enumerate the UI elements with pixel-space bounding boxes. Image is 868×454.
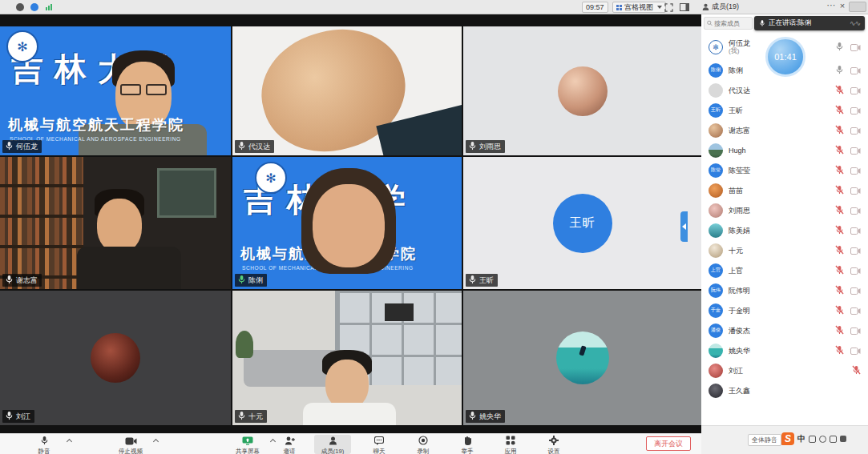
mic-muted-icon[interactable] <box>852 364 861 378</box>
video-tile[interactable]: 刘雨思 <box>463 26 701 155</box>
member-row[interactable]: 王昕王昕 <box>701 100 868 120</box>
toolbar-camera-button[interactable]: 停止视频 <box>112 435 149 454</box>
panel-more-button[interactable]: ⋯ <box>826 0 837 10</box>
mic-muted-icon[interactable] <box>835 203 844 218</box>
video-tile[interactable]: 王昕 王昕 <box>463 157 701 289</box>
member-row[interactable]: 苗苗 <box>701 180 868 200</box>
mic-muted-icon[interactable] <box>835 323 844 338</box>
member-row[interactable]: 阮伟阮伟明 <box>701 280 868 300</box>
member-row[interactable]: 潘俊潘俊杰 <box>701 320 868 340</box>
mic-muted-icon[interactable] <box>835 103 844 118</box>
camera-icon[interactable] <box>850 83 861 98</box>
bookshelf <box>0 157 83 289</box>
video-tile[interactable]: 吉林大学 ✻ 机械与航空航天工程学院 SCHOOL OF MECHANICAL … <box>0 26 231 155</box>
mic-muted-icon[interactable] <box>835 83 844 98</box>
toolbar-members-button[interactable]: 成员(19) <box>314 435 351 454</box>
toolbar-gear-button[interactable]: 设置 <box>535 435 572 454</box>
toolbar-apps-button[interactable]: 应用 <box>492 435 529 454</box>
member-row[interactable]: 刘江 <box>701 360 868 380</box>
panel-collapse-handle[interactable] <box>680 211 688 242</box>
member-name: 上官 <box>729 267 743 275</box>
participant-name-label: 王昕 <box>466 274 498 287</box>
panel-close-button[interactable]: × <box>837 1 848 10</box>
fullscreen-button[interactable] <box>662 2 675 13</box>
mic-muted-icon[interactable] <box>835 303 844 318</box>
toolbar-hand-button[interactable]: 举手 <box>449 435 486 454</box>
ime-icon[interactable] <box>830 436 837 443</box>
ime-toolbar[interactable]: S 中 <box>781 432 846 445</box>
participant-name-label: 谢志富 <box>2 274 42 287</box>
camera-icon[interactable] <box>850 63 861 78</box>
mic-icon <box>237 141 246 152</box>
layout-panel-button[interactable] <box>678 2 691 13</box>
member-row[interactable]: 陈莹陈莹莹 <box>701 160 868 180</box>
ime-icon[interactable] <box>840 436 846 442</box>
mic-icon <box>759 19 765 27</box>
leave-meeting-button[interactable]: 离开会议 <box>646 436 691 451</box>
member-row[interactable]: Hugh <box>701 140 868 160</box>
video-tile[interactable]: 十元 <box>232 291 462 425</box>
member-row[interactable]: 王久鑫 <box>701 380 868 400</box>
video-tile[interactable]: 谢志富 <box>0 157 231 289</box>
mic-muted-icon[interactable] <box>835 143 844 158</box>
member-row[interactable]: 代汉达 <box>701 80 868 100</box>
ime-icon[interactable] <box>819 436 826 443</box>
member-row[interactable]: 刘雨思 <box>701 200 868 220</box>
toolbar-mic-button[interactable]: 静音 <box>26 435 63 454</box>
window-corner-control[interactable] <box>849 2 866 12</box>
mic-muted-icon[interactable] <box>835 263 844 278</box>
mic-muted-icon[interactable] <box>835 183 844 198</box>
member-row[interactable]: 十元 <box>701 240 868 260</box>
ime-icon[interactable] <box>809 436 816 443</box>
mic-icon[interactable] <box>835 63 844 78</box>
camera-icon[interactable] <box>850 283 861 298</box>
timer-badge[interactable]: 01:41 <box>765 37 805 77</box>
mic-muted-icon[interactable] <box>835 123 844 138</box>
mic-muted-icon[interactable] <box>835 223 844 238</box>
members-panel-title: 成员(19) <box>702 2 739 12</box>
video-tile[interactable]: 代汉达 <box>232 26 462 155</box>
camera-icon[interactable] <box>850 143 861 158</box>
member-row[interactable]: 于金于金明 <box>701 300 868 320</box>
camera-icon[interactable] <box>850 103 861 118</box>
chevron-up-icon[interactable] <box>154 439 158 443</box>
camera-icon[interactable] <box>850 203 861 218</box>
mic-icon <box>5 141 14 152</box>
video-tile[interactable]: 吉林大学 ✻ 机械与航空航天工程学院 SCHOOL OF MECHANICAL … <box>232 157 462 289</box>
camera-icon[interactable] <box>850 323 861 338</box>
member-search[interactable] <box>704 17 753 30</box>
member-row[interactable]: 陈美娟 <box>701 220 868 240</box>
mic-muted-icon[interactable] <box>835 243 844 258</box>
camera-icon[interactable] <box>850 303 861 318</box>
view-mode-button[interactable]: 宫格视图 <box>612 2 666 13</box>
mic-icon <box>468 141 477 152</box>
toolbar-invite-button[interactable]: 邀请 <box>271 435 308 454</box>
toolbar-record-button[interactable]: 录制 <box>405 435 442 454</box>
video-tile[interactable]: 刘江 <box>0 291 231 425</box>
mic-muted-icon[interactable] <box>835 344 844 358</box>
member-row[interactable]: 谢志富 <box>701 120 868 140</box>
mic-icon[interactable] <box>835 40 844 54</box>
mic-muted-icon[interactable] <box>835 283 844 298</box>
camera-icon[interactable] <box>850 183 861 198</box>
camera-icon[interactable] <box>850 243 861 258</box>
toolbar-chat-button[interactable]: 聊天 <box>361 435 398 454</box>
search-input[interactable] <box>714 20 749 27</box>
ime-language-toggle[interactable]: 中 <box>797 433 805 444</box>
video-tile[interactable]: 姚央华 <box>463 291 701 425</box>
camera-icon[interactable] <box>850 223 861 238</box>
camera-icon[interactable] <box>850 263 861 278</box>
camera-icon[interactable] <box>850 163 861 178</box>
member-row[interactable]: 姚央华 <box>701 340 868 360</box>
mute-all-button[interactable]: 全体静音 <box>748 434 781 446</box>
camera-icon[interactable] <box>850 123 861 138</box>
member-row[interactable]: 上官上官 <box>701 260 868 280</box>
camera-icon[interactable] <box>850 40 861 54</box>
chevron-up-icon[interactable] <box>67 439 71 443</box>
camera-icon[interactable] <box>850 344 861 358</box>
ime-logo-icon[interactable]: S <box>781 432 794 445</box>
mic-muted-icon[interactable] <box>835 163 844 178</box>
participant-name-label: 代汉达 <box>235 140 274 153</box>
member-name: 王昕 <box>729 106 743 115</box>
toolbar-share-button[interactable]: 共享屏幕 <box>229 435 266 454</box>
